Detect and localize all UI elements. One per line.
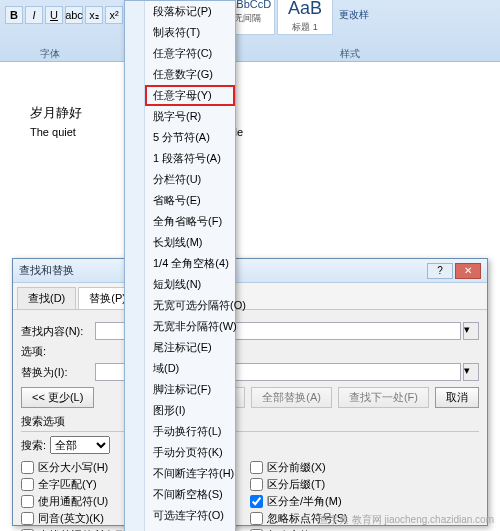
menu-item-15[interactable]: 无宽非分隔符(W)	[145, 316, 235, 337]
check-right-1[interactable]: 区分后缀(T)	[250, 477, 479, 492]
search-options-header: 搜索选项	[21, 414, 479, 432]
style-heading1[interactable]: AaB 标题 1	[277, 0, 333, 35]
menu-item-18[interactable]: 脚注标记(F)	[145, 379, 235, 400]
menu-item-14[interactable]: 无宽可选分隔符(O)	[145, 295, 235, 316]
menu-item-13[interactable]: 短划线(N)	[145, 274, 235, 295]
checkbox-label: 同音(英文)(K)	[38, 511, 104, 526]
checkbox-label: 全字匹配(Y)	[38, 477, 97, 492]
find-next-button[interactable]: 查找下一处(F)	[338, 387, 429, 408]
checkbox[interactable]	[250, 495, 263, 508]
bold-button[interactable]: B	[5, 6, 23, 24]
menu-item-1[interactable]: 制表符(T)	[145, 22, 235, 43]
menu-item-9[interactable]: 省略号(E)	[145, 190, 235, 211]
cancel-button[interactable]: 取消	[435, 387, 479, 408]
checkbox[interactable]	[250, 478, 263, 491]
find-replace-dialog: 查找和替换 ? ✕ 查找(D) 替换(P) 定位(G) 查找内容(N): ▾ 选…	[12, 258, 488, 526]
check-right-0[interactable]: 区分前缀(X)	[250, 460, 479, 475]
dialog-titlebar[interactable]: 查找和替换 ? ✕	[13, 259, 487, 283]
close-button[interactable]: ✕	[455, 263, 481, 279]
menu-item-11[interactable]: 长划线(M)	[145, 232, 235, 253]
doc-line2: The quiet etable	[30, 124, 480, 139]
checkbox[interactable]	[21, 512, 34, 525]
menu-item-10[interactable]: 全角省略号(F)	[145, 211, 235, 232]
menu-item-6[interactable]: 5 分节符(A)	[145, 127, 235, 148]
help-button[interactable]: ?	[427, 263, 453, 279]
menu-item-20[interactable]: 手动换行符(L)	[145, 421, 235, 442]
checkbox-label: 区分大小写(H)	[38, 460, 108, 475]
dialog-tabs: 查找(D) 替换(P) 定位(G)	[13, 283, 487, 310]
menu-item-19[interactable]: 图形(I)	[145, 400, 235, 421]
strike-button[interactable]: abc	[65, 6, 83, 24]
menu-item-23[interactable]: 不间断空格(S)	[145, 484, 235, 505]
checkbox[interactable]	[21, 461, 34, 474]
underline-button[interactable]: U	[45, 6, 63, 24]
checkbox[interactable]	[250, 512, 263, 525]
search-scope-label: 搜索:	[21, 438, 46, 453]
replace-all-button[interactable]: 全部替换(A)	[251, 387, 332, 408]
style-sample: AaB	[280, 0, 330, 19]
checkbox[interactable]	[21, 495, 34, 508]
style-label: 标题 1	[280, 21, 330, 34]
tab-find[interactable]: 查找(D)	[17, 287, 76, 309]
menu-gutter	[125, 1, 145, 531]
less-button[interactable]: << 更少(L)	[21, 387, 94, 408]
checkbox-label: 区分前缀(X)	[267, 460, 326, 475]
group-label-font: 字体	[40, 47, 60, 61]
checkbox[interactable]	[21, 478, 34, 491]
find-label: 查找内容(N):	[21, 324, 95, 339]
checkbox[interactable]	[250, 461, 263, 474]
dialog-body: 查找内容(N): ▾ 选项: 替换为(I): ▾ << 更少(L) 替换(R) …	[13, 310, 487, 531]
document-area[interactable]: 岁月静好 The quiet etable	[0, 62, 500, 139]
check-right-2[interactable]: 区分全/半角(M)	[250, 494, 479, 509]
italic-button[interactable]: I	[25, 6, 43, 24]
replace-dropdown[interactable]: ▾	[463, 363, 479, 381]
sup-button[interactable]: x²	[105, 6, 123, 24]
group-label-styles: 样式	[340, 47, 360, 61]
menu-item-12[interactable]: 1/4 全角空格(4)	[145, 253, 235, 274]
menu-item-5[interactable]: 脱字号(R)	[145, 106, 235, 127]
menu-item-2[interactable]: 任意字符(C)	[145, 43, 235, 64]
menu-item-25[interactable]: 分节符(B)	[145, 526, 235, 531]
menu-item-3[interactable]: 任意数字(G)	[145, 64, 235, 85]
doc-text-left: The quiet	[30, 126, 76, 138]
replace-label: 替换为(I):	[21, 365, 95, 380]
change-styles-button[interactable]: 更改样	[339, 8, 369, 22]
menu-item-22[interactable]: 不间断连字符(H)	[145, 463, 235, 484]
search-scope-select[interactable]: 全部	[50, 436, 110, 454]
menu-item-17[interactable]: 域(D)	[145, 358, 235, 379]
find-dropdown[interactable]: ▾	[463, 322, 479, 340]
checkbox-label: 区分全/半角(M)	[267, 494, 342, 509]
menu-item-7[interactable]: 1 段落符号(A)	[145, 148, 235, 169]
menu-item-0[interactable]: 段落标记(P)	[145, 1, 235, 22]
options-label: 选项:	[21, 344, 95, 359]
sub-button[interactable]: x₂	[85, 6, 103, 24]
menu-item-21[interactable]: 手动分页符(K)	[145, 442, 235, 463]
checkbox-label: 使用通配符(U)	[38, 494, 108, 509]
menu-item-24[interactable]: 可选连字符(O)	[145, 505, 235, 526]
menu-item-16[interactable]: 尾注标记(E)	[145, 337, 235, 358]
menu-item-8[interactable]: 分栏符(U)	[145, 169, 235, 190]
special-format-menu: 段落标记(P)制表符(T)任意字符(C)任意数字(G)任意字母(Y)脱字号(R)…	[124, 0, 236, 531]
checkbox-label: 区分后缀(T)	[267, 477, 325, 492]
menu-item-4[interactable]: 任意字母(Y)	[145, 85, 235, 106]
watermark: 查字典 教育网 jiaocheng.chazidian.com	[319, 513, 494, 527]
ribbon: B I U abc x₂ x² Aa AaBbCcD 正文 AaBbCcD 无间…	[0, 0, 500, 62]
doc-line1: 岁月静好	[30, 104, 480, 122]
